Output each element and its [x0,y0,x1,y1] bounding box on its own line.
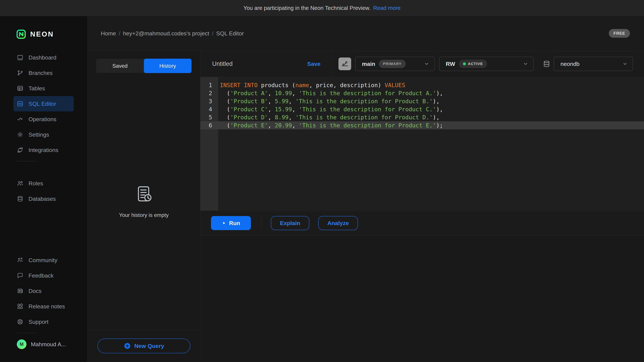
plus-circle-icon [124,342,131,350]
code-line-1: 1INSERT INTO products (name, price, desc… [200,81,644,89]
sql-editor-panel: Untitled Save main PRIMARY [200,51,644,362]
play-icon [222,221,226,225]
code-text: INSERT INTO products (name, price, descr… [218,81,405,89]
sidebar-divider [17,333,36,333]
line-number: 1 [200,81,218,89]
plan-badge: FREE [609,29,630,38]
branch-graph-icon [341,60,348,67]
integrations-icon [17,147,24,153]
sidebar-nav-secondary: RolesDatabases [0,176,87,206]
branch-graph-button[interactable] [338,57,351,70]
sidebar-nav-main: DashboardBranchesTablesSQL EditorOperati… [0,50,87,158]
neon-logo[interactable]: NEON [16,29,87,39]
active-dot-icon [463,62,466,65]
support-icon [17,319,24,325]
line-number: 5 [200,113,218,121]
results-area [200,236,644,362]
sidebar-divider [17,161,36,161]
code-text: ('Product A', 10.99, 'This is the descri… [218,89,443,97]
query-title[interactable]: Untitled [212,60,232,67]
code-line-5: 5 ('Product D', 8.99, 'This is the descr… [200,113,644,121]
run-button[interactable]: Run [211,216,251,230]
sidebar-nav-footer: CommunityFeedbackDocsRelease notesSuppor… [0,252,87,330]
code-line-4: 4 ('Product C', 15.99, 'This is the desc… [200,105,644,113]
feedback-icon [17,272,24,279]
line-number: 3 [200,97,218,105]
sidebar-item-docs[interactable]: Docs [14,283,74,299]
compute-name: RW [446,61,455,67]
breadcrumb-separator: / [116,30,123,37]
branch-name: main [362,61,375,67]
sidebar-item-sql-editor[interactable]: SQL Editor [14,96,74,111]
settings-icon [17,131,24,138]
docs-icon [17,288,24,294]
toolbar-divider [332,51,332,77]
banner-message: You are participating in the Neon Techni… [244,5,371,11]
sidebar-item-tables[interactable]: Tables [14,81,74,96]
database-icon [543,60,550,68]
sidebar-item-support[interactable]: Support [14,314,74,330]
database-name: neondb [560,61,580,67]
saved-history-tabs: SavedHistory [96,59,192,73]
compute-select[interactable]: RW ACTIVE [439,57,534,71]
active-badge: ACTIVE [459,60,487,68]
new-query-button[interactable]: New Query [98,339,190,353]
sidebar-item-feedback[interactable]: Feedback [14,268,74,283]
line-number: 4 [200,105,218,113]
code-line-6: 6 ('Product E', 20.99, 'This is the desc… [200,121,644,129]
breadcrumb-hey-2-mahmoud-codes-s-project[interactable]: hey+2@mahmoud.codes's project [123,30,209,37]
operations-icon [17,116,24,122]
tab-saved[interactable]: Saved [96,59,144,73]
tables-icon [17,85,24,92]
sidebar-item-operations[interactable]: Operations [14,111,74,127]
release-notes-icon [17,303,24,310]
line-number: 2 [200,89,218,97]
breadcrumb: Home/hey+2@mahmoud.codes's project/SQL E… [101,30,244,37]
breadcrumb-separator: / [209,30,216,37]
sidebar-item-dashboard[interactable]: Dashboard [14,50,74,65]
technical-preview-banner: You are participating in the Neon Techni… [0,0,644,16]
chevron-down-icon [424,61,429,66]
user-menu[interactable]: M Mahmoud A... [14,337,74,352]
community-icon [17,257,24,264]
chevron-down-icon [622,61,628,66]
sidebar-item-settings[interactable]: Settings [14,127,74,142]
roles-icon [17,180,24,187]
databases-icon [17,195,24,202]
history-empty-message: Your history is empty [119,212,169,218]
history-empty-state: Your history is empty [88,73,200,330]
code-line-3: 3 ('Product B', 5.99, 'This is the descr… [200,97,644,105]
chevron-down-icon [523,61,528,66]
sidebar-item-community[interactable]: Community [14,252,74,268]
queries-panel-footer: New Query [88,330,200,362]
analyze-button[interactable]: Analyze [318,216,358,230]
sidebar-item-roles[interactable]: Roles [14,176,74,191]
branches-icon [17,69,24,76]
editor-toolbar: Untitled Save main PRIMARY [200,51,644,77]
actions-divider [261,216,262,230]
sidebar-item-branches[interactable]: Branches [14,65,74,81]
primary-badge: PRIMARY [379,60,406,68]
sql-editor-icon [17,100,24,107]
code-text: ('Product C', 15.99, 'This is the descri… [218,105,443,113]
page-header: Home/hey+2@mahmoud.codes's project/SQL E… [88,16,644,51]
branch-select[interactable]: main PRIMARY [355,57,435,71]
sidebar-item-release-notes[interactable]: Release notes [14,299,74,314]
history-empty-icon [134,185,154,205]
breadcrumb-home[interactable]: Home [101,30,116,37]
sidebar-item-integrations[interactable]: Integrations [14,142,74,158]
database-select[interactable]: neondb [554,57,633,71]
explain-button[interactable]: Explain [271,216,309,230]
tab-history[interactable]: History [144,59,192,73]
code-editor[interactable]: 1INSERT INTO products (name, price, desc… [200,77,644,211]
neon-logo-icon [16,29,26,39]
save-button[interactable]: Save [307,61,320,67]
avatar: M [17,339,26,349]
sidebar-item-databases[interactable]: Databases [14,191,74,206]
user-name: Mahmoud A... [31,341,66,348]
code-text: ('Product D', 8.99, 'This is the descrip… [218,113,440,121]
queries-panel: SavedHistory Your history is empty [88,51,200,362]
code-text: ('Product E', 20.99, 'This is the descri… [218,121,443,129]
breadcrumb-sql-editor[interactable]: SQL Editor [216,30,244,37]
read-more-link[interactable]: Read more [373,5,400,11]
